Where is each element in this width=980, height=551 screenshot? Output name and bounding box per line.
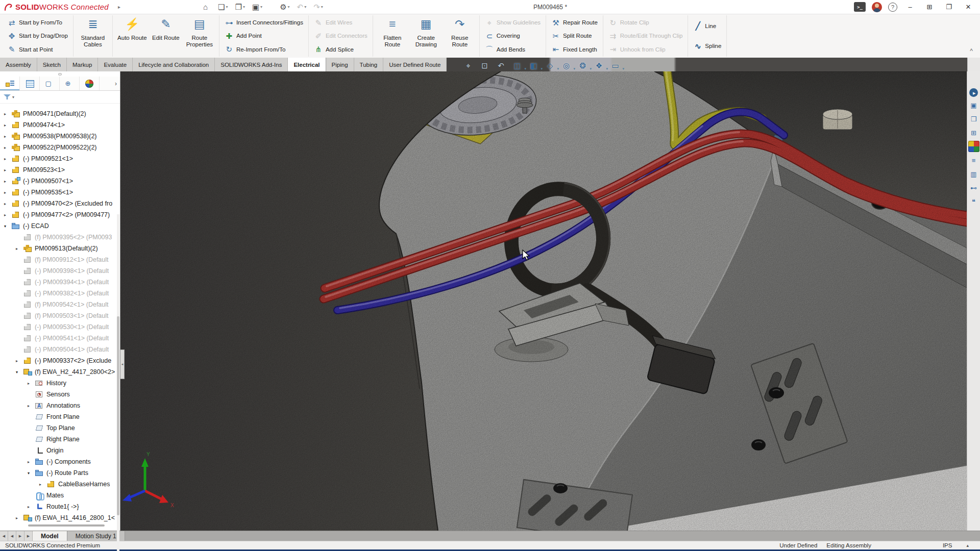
insert-connectors-button[interactable]: ⊶Insert Connectors/Fittings xyxy=(222,16,306,29)
fixed-length-button[interactable]: ⇤Fixed Length xyxy=(549,43,600,56)
home-button[interactable]: ⌂▾ xyxy=(202,2,212,13)
file-explorer-icon[interactable]: ❒ xyxy=(968,113,979,124)
model-tab[interactable]: Model xyxy=(33,531,67,541)
dock-nav-button[interactable]: ▶ xyxy=(16,531,24,541)
expand-arrow-icon[interactable]: ▸ xyxy=(4,112,12,116)
dimxpert-tab[interactable]: ⊕ xyxy=(60,77,80,90)
reuse-route-button[interactable]: ↷Reuse Route xyxy=(443,16,477,56)
add-point-button[interactable]: ✚Add Point xyxy=(222,30,306,42)
expand-arrow-icon[interactable]: ▸ xyxy=(28,505,35,509)
dock-nav-button[interactable]: ◀ xyxy=(0,531,8,541)
spline-button[interactable]: ∿Spline xyxy=(691,40,724,53)
lifecycle-button[interactable]: ▾ xyxy=(268,2,274,13)
expand-arrow-icon[interactable]: ▸ xyxy=(4,213,12,217)
tree-vertical-scrollbar[interactable] xyxy=(117,214,119,551)
tree-item[interactable]: ▸ (-) PM009470<2> (Excluded fro xyxy=(0,198,120,209)
tree-item[interactable]: Origin xyxy=(0,445,120,456)
tree-item[interactable]: ▸ (-) PM009337<2> (Exclude xyxy=(0,355,120,366)
tree-item[interactable]: (f) PM009542<1> (Default xyxy=(0,299,120,310)
tree-item[interactable]: Sensors xyxy=(0,389,120,400)
start-by-fromto-button[interactable]: ⇄Start by From/To xyxy=(5,16,70,29)
tab-tubing[interactable]: Tubing xyxy=(354,58,384,71)
panel-collapse-handle[interactable]: ◂ xyxy=(120,349,125,379)
covering-button[interactable]: ⊂Covering xyxy=(482,30,543,42)
threedx-play-icon[interactable] xyxy=(969,88,978,97)
close-button[interactable]: ✕ xyxy=(962,3,975,11)
tree-item[interactable]: Mates xyxy=(0,490,120,501)
expand-arrow-icon[interactable]: ▸ xyxy=(4,157,12,161)
open-button[interactable]: ❐▾ xyxy=(234,2,246,13)
tree-item[interactable]: ▾ (-) Route Parts xyxy=(0,467,120,479)
tree-item[interactable]: (-) PM009541<1> (Default xyxy=(0,333,120,344)
dropdown-caret-icon[interactable]: ▾ xyxy=(321,5,323,9)
expand-arrow-icon[interactable]: ▸ xyxy=(4,168,12,172)
route-properties-button[interactable]: ▤Route Properties xyxy=(183,16,216,56)
appearances-icon[interactable] xyxy=(968,141,979,152)
featuremanager-tab[interactable] xyxy=(0,77,20,90)
tree-item[interactable]: (f) PM009395<2> (PM0093 xyxy=(0,232,120,243)
previous-view-icon[interactable]: ↶ xyxy=(495,60,507,72)
tree-item[interactable]: ▸ PM009523<1> xyxy=(0,164,120,176)
add-bends-button[interactable]: ⌒Add Bends xyxy=(482,43,543,56)
show-guidelines-button[interactable]: ⌖Show Guidelines xyxy=(482,16,543,29)
zoom-fit-icon[interactable]: ⌖ xyxy=(462,60,475,72)
tree-item[interactable]: (f) PM009912<1> (Default xyxy=(0,254,120,265)
edit-wires-button[interactable]: ✎Edit Wires xyxy=(311,16,370,29)
custom-properties-icon[interactable]: ≡ xyxy=(968,155,979,166)
repair-route-button[interactable]: ⚒Repair Route xyxy=(549,16,600,29)
save-button[interactable]: ▣▾ xyxy=(251,2,263,13)
view-palette-icon[interactable]: ⊞ xyxy=(968,127,979,138)
display-style-icon[interactable]: ◇ xyxy=(544,60,556,72)
tree-item[interactable]: ▸ PM009538(PM009538)(2) xyxy=(0,131,120,142)
expand-arrow-icon[interactable]: ▸ xyxy=(4,134,12,139)
apply-scene-icon[interactable]: ❖ xyxy=(593,60,605,72)
expand-arrow-icon[interactable]: ▸ xyxy=(28,381,35,386)
dock-nav-button[interactable]: ▶ xyxy=(24,531,33,541)
expand-arrow-icon[interactable]: ▾ xyxy=(4,224,12,229)
section-view-icon[interactable]: ◫ xyxy=(511,60,524,72)
tree-item[interactable]: (f) PM009503<1> (Default xyxy=(0,310,120,321)
line-button[interactable]: ╱Line xyxy=(691,19,724,32)
ribbon-collapse-button[interactable]: ^ xyxy=(970,47,973,55)
tree-horizontal-scrollbar[interactable] xyxy=(28,524,105,527)
tree-item[interactable]: ▸ Annotations xyxy=(0,400,120,411)
expand-arrow-icon[interactable]: ▸ xyxy=(39,482,47,487)
configuration-tab[interactable]: ▢ xyxy=(40,77,60,90)
edit-route-button[interactable]: ✎Edit Route xyxy=(149,16,183,56)
new-document-button[interactable]: ❏▾ xyxy=(217,2,229,13)
tree-item[interactable]: ▸ (-) PM009507<1> xyxy=(0,176,120,187)
tab-addins[interactable]: SOLIDWORKS Add-Ins xyxy=(215,58,288,71)
rotate-clip-button[interactable]: ↻Rotate Clip xyxy=(606,16,685,29)
tab-lifecycle[interactable]: Lifecycle and Collaboration xyxy=(133,58,215,71)
dropdown-caret-icon[interactable]: ▾ xyxy=(288,5,290,9)
expand-arrow-icon[interactable]: ▸ xyxy=(4,123,12,128)
tab-markup[interactable]: Markup xyxy=(67,58,98,71)
resources-icon[interactable]: ▣ xyxy=(968,99,979,111)
tab-evaluate[interactable]: Evaluate xyxy=(98,58,133,71)
design-library-icon[interactable]: ▥ xyxy=(968,168,979,180)
tree-item[interactable]: ▸ PM009471(Default)(2) xyxy=(0,108,120,119)
panel-flyout-button[interactable]: › xyxy=(100,77,120,90)
tree-item[interactable]: ▸ PM009474<1> xyxy=(0,119,120,131)
dropdown-caret-icon[interactable]: ▾ xyxy=(243,5,245,9)
tree-item[interactable]: ▸ (-) PM009521<1> xyxy=(0,153,120,164)
dropdown-caret-icon[interactable]: ▾ xyxy=(260,5,262,9)
status-caret-icon[interactable]: ▴ xyxy=(966,543,969,548)
forum-icon[interactable]: ❝ xyxy=(968,196,979,207)
view-orientation-icon[interactable]: ◧ xyxy=(527,60,540,72)
tree-item[interactable]: ▸ Route1{ ->} xyxy=(0,501,120,512)
minimize-button[interactable]: – xyxy=(903,3,917,11)
start-at-point-button[interactable]: ✎Start at Point xyxy=(5,43,70,56)
edit-connectors-button[interactable]: ✐Edit Connectors xyxy=(311,30,370,42)
tab-assembly[interactable]: Assembly xyxy=(0,58,37,71)
routing-library-icon[interactable]: ⊷ xyxy=(968,182,979,193)
expand-arrow-icon[interactable]: ▾ xyxy=(28,471,35,475)
help-button[interactable]: ? xyxy=(888,3,897,12)
auto-route-button[interactable]: ⚡Auto Route xyxy=(115,16,149,56)
expand-arrow-icon[interactable]: ▸ xyxy=(4,145,12,150)
tree-item[interactable]: ▸ PM009522(PM009522)(2) xyxy=(0,142,120,153)
tree-item[interactable]: (-) PM009382<1> (Default xyxy=(0,288,120,299)
motion-study-tab[interactable]: Motion Study 1 xyxy=(67,531,125,541)
split-route-button[interactable]: ✂Split Route xyxy=(549,30,600,42)
tree-item[interactable]: ▸ (-) PM009535<1> xyxy=(0,187,120,198)
